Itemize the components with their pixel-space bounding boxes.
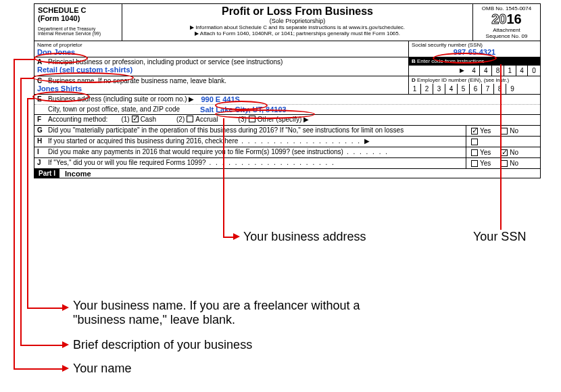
form-subtitle: (Sole Proprietorship) <box>124 18 471 24</box>
form-label: (Form 1040) <box>38 14 118 22</box>
arrow-bizname <box>62 304 69 311</box>
schedule-label: SCHEDULE C <box>38 6 118 14</box>
business-name[interactable]: Jones Shirts <box>37 84 406 93</box>
conn-desc <box>20 78 34 79</box>
code-label: Enter code from instructions <box>417 58 485 64</box>
form-title: Profit or Loss From Business <box>124 5 471 18</box>
conn-name <box>14 59 35 60</box>
annotation-name: Your name <box>73 362 131 376</box>
street-address[interactable]: 990 E 441S <box>201 95 240 103</box>
row-i: I Did you make any payments in 2016 that… <box>34 147 540 158</box>
principal-business[interactable]: Retail (sell custom t-shirts) <box>37 66 406 74</box>
annotation-bizname: Your business name. If you are a freelan… <box>73 299 391 327</box>
row-g: G Did you "materially participate" in th… <box>34 126 540 137</box>
attachment-label: Attachment <box>476 27 537 33</box>
g-no-checkbox[interactable] <box>501 128 508 134</box>
conn-bizname <box>27 98 34 99</box>
tax-year: 2016 <box>476 11 537 27</box>
row-j: J If "Yes," did you or will you file req… <box>34 158 540 169</box>
ssn-label: Social security number (SSN) <box>412 42 537 48</box>
line-name-v <box>14 59 15 368</box>
i-yes-checkbox[interactable] <box>471 149 478 156</box>
cash-checkbox[interactable] <box>132 116 139 122</box>
ssn-value[interactable]: 987-65-4321 <box>412 48 537 56</box>
row-a: APrincipal business or profession, inclu… <box>34 57 540 76</box>
other-checkbox[interactable] <box>249 116 255 122</box>
proprietor-name[interactable]: Don Jones <box>37 48 406 56</box>
row-h: H If you started or acquired this busine… <box>34 137 540 147</box>
line-name-h <box>14 368 64 370</box>
line-bizname-v <box>27 98 28 308</box>
j-no-checkbox[interactable] <box>501 160 508 167</box>
row-j-text: If "Yes," did you or will you file requi… <box>48 159 206 168</box>
city-label: City, town or post office, state, and ZI… <box>48 105 180 114</box>
ein-boxes[interactable]: 123456789 <box>409 84 540 94</box>
row-g-text: Did you "materially participate" in the … <box>48 126 404 135</box>
arrow-addr <box>233 233 240 240</box>
ein-label: Employer ID number (EIN), (see instr.) <box>417 77 509 83</box>
line-addr-v <box>223 118 224 237</box>
name-row: Name of proprietor Don Jones Social secu… <box>34 41 540 57</box>
part-1-title: Income <box>65 170 91 178</box>
line-desc-v <box>20 78 22 345</box>
row-c: CBusiness name. If no separate business … <box>34 76 540 95</box>
line-bizname-h <box>27 308 64 309</box>
dept-label: Department of the Treasury <box>38 26 118 31</box>
i-no-checkbox[interactable] <box>501 149 508 156</box>
part-1-header: Part I Income <box>34 169 540 178</box>
annotation-addr: Your business address <box>243 230 366 244</box>
irs-label: Internal Revenue Service (99) <box>38 31 118 36</box>
city-state-zip[interactable]: Salt Lake City, UT, 84103 <box>200 105 287 114</box>
line-ssn <box>500 64 502 230</box>
row-e: E Business address (including suite or r… <box>34 95 540 115</box>
header-left: SCHEDULE C (Form 1040) Department of the… <box>34 4 122 41</box>
j-yes-checkbox[interactable] <box>471 160 478 167</box>
row-f: F Accounting method: (1) Cash (2) Accrua… <box>34 115 540 126</box>
info-line-1: ▶ Information about Schedule C and its s… <box>124 24 471 30</box>
line-desc-h <box>20 345 64 346</box>
omb-number: OMB No. 1545-0074 <box>476 5 537 11</box>
row-a-label: Principal business or profession, includ… <box>48 58 283 66</box>
row-i-text: Did you make any payments in 2016 that w… <box>48 148 343 157</box>
row-h-text: If you started or acquired this business… <box>48 137 238 146</box>
info-line-2: ▶ Attach to Form 1040, 1040NR, or 1041; … <box>124 30 471 36</box>
address-label: Business address (including suite or roo… <box>48 95 194 103</box>
arrow-desc <box>62 341 69 348</box>
annotation-ssn: Your SSN <box>473 230 526 244</box>
schedule-c-form: SCHEDULE C (Form 1040) Department of the… <box>34 3 541 178</box>
business-code[interactable]: ▶ 448140 <box>409 66 540 76</box>
g-yes-checkbox[interactable] <box>471 128 478 134</box>
annotation-desc: Brief description of your business <box>73 338 252 352</box>
arrow-name <box>62 365 69 372</box>
sequence-number: Sequence No. 09 <box>476 33 537 39</box>
accrual-checkbox[interactable] <box>187 116 193 122</box>
accounting-label: Accounting method: <box>48 116 107 124</box>
name-label: Name of proprietor <box>37 42 406 48</box>
h-checkbox[interactable] <box>471 139 478 145</box>
header-right: OMB No. 1545-0074 2016 Attachment Sequen… <box>472 4 540 41</box>
row-c-label: Business name. If no separate business n… <box>48 77 226 84</box>
header-center: Profit or Loss From Business (Sole Propr… <box>122 4 472 41</box>
